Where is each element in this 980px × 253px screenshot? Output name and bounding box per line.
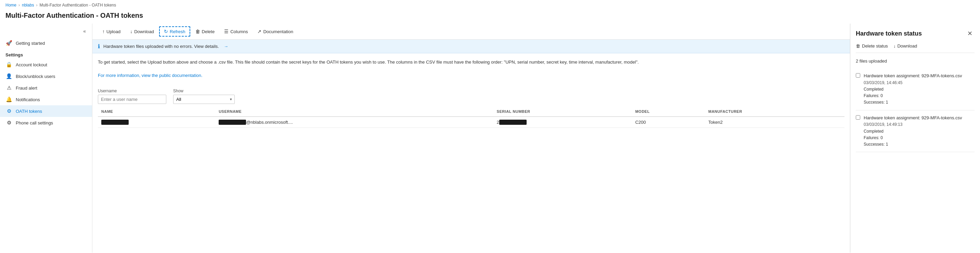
refresh-icon: ↻ (164, 29, 168, 34)
main-content: ↑ Upload ↓ Download ↻ Refresh 🗑 Delete ☰… (92, 24, 850, 253)
col-serial: Serial Number (493, 107, 632, 117)
refresh-button[interactable]: ↻ Refresh (159, 26, 190, 36)
page-title: Multi-Factor Authentication - OATH token… (0, 10, 980, 24)
upload-icon: ↑ (102, 29, 105, 34)
show-label: Show (173, 89, 235, 93)
sidebar-item-oath-tokens[interactable]: ⚙ OATH tokens (0, 105, 92, 117)
cell-serial: 2 (493, 117, 632, 128)
username-filter-group: Username (98, 89, 166, 104)
close-panel-button[interactable]: ✕ (965, 29, 975, 38)
sidebar-collapse-button[interactable]: « (81, 28, 88, 35)
banner-text: Hardware token files uploaded with no er… (103, 44, 219, 49)
token-status-2: Completed (864, 128, 962, 135)
show-select[interactable]: All Active Inactive (173, 95, 235, 104)
trash-icon: 🗑 (196, 29, 200, 34)
token-status-1: Completed (864, 86, 962, 93)
cell-model: C200 (632, 117, 705, 128)
token-failures-1: Failures: 0 (864, 93, 962, 99)
sidebar-item-label: Phone call settings (16, 120, 53, 125)
sidebar-item-notifications[interactable]: 🔔 Notifications (0, 94, 92, 105)
cell-name (98, 117, 215, 128)
description-text: To get started, select the Upload button… (98, 59, 845, 66)
delete-button[interactable]: 🗑 Delete (191, 27, 220, 36)
sidebar-item-label: Block/unblock users (16, 74, 56, 79)
cell-manufacturer: Token2 (705, 117, 845, 128)
user-icon: 👤 (5, 73, 12, 79)
col-username: Username (215, 107, 493, 117)
show-filter-group: Show All Active Inactive ▾ (173, 89, 235, 104)
panel-header: Hardware token status ✕ (856, 29, 975, 38)
col-model: Model (632, 107, 705, 117)
public-docs-link[interactable]: For more information, view the public do… (98, 73, 202, 78)
download-icon: ↓ (130, 29, 132, 34)
sidebar-item-account-lockout[interactable]: 🔒 Account lockout (0, 59, 92, 70)
token-details-2: Hardware token assignment: 929-MFA-token… (864, 115, 962, 148)
breadcrumb-sep-1: › (19, 3, 20, 8)
username-input[interactable] (98, 95, 166, 104)
toolbar: ↑ Upload ↓ Download ↻ Refresh 🗑 Delete ☰… (92, 24, 850, 40)
breadcrumb: Home › nblabs › Multi-Factor Authenticat… (0, 0, 980, 10)
sidebar-collapse-area: « (0, 26, 92, 37)
table-header-row: Name Username Serial Number Model Manufa… (98, 107, 845, 117)
redacted-name (101, 120, 129, 125)
token-checkbox-2[interactable] (856, 115, 860, 120)
token-successes-2: Successes: 1 (864, 141, 962, 148)
token-details-1: Hardware token assignment: 929-MFA-token… (864, 73, 962, 106)
show-select-wrapper: All Active Inactive ▾ (173, 95, 235, 104)
bell-icon: 🔔 (5, 96, 12, 103)
upload-button[interactable]: ↑ Upload (98, 27, 125, 36)
breadcrumb-current: Multi-Factor Authentication - OATH token… (39, 3, 116, 8)
download-icon: ↓ (893, 43, 896, 49)
getting-started-icon: 🚀 (5, 40, 12, 46)
sidebar-item-label: OATH tokens (16, 109, 42, 114)
tokens-table: Name Username Serial Number Model Manufa… (98, 107, 845, 128)
table-row: @nblabs.onmicrosoft.... 2 C200 Token2 (98, 117, 845, 128)
sidebar-item-label: Fraud alert (16, 85, 37, 90)
panel-download-button[interactable]: ↓ Download (893, 43, 917, 49)
right-panel: Hardware token status ✕ 🗑 Delete status … (850, 24, 980, 253)
token-title-1: Hardware token assignment: 929-MFA-token… (864, 73, 962, 80)
sidebar: « 🚀 Getting started Settings 🔒 Account l… (0, 24, 92, 253)
breadcrumb-nblabs[interactable]: nblabs (22, 3, 34, 8)
sidebar-item-block-unblock[interactable]: 👤 Block/unblock users (0, 70, 92, 82)
sidebar-item-label: Notifications (16, 97, 40, 102)
download-button[interactable]: ↓ Download (126, 27, 158, 36)
col-manufacturer: Manufacturer (705, 107, 845, 117)
info-banner: ℹ Hardware token files uploaded with no … (92, 40, 850, 53)
token-date-1: 03/03/2019, 14:46:45 (864, 80, 962, 86)
sidebar-item-label: Account lockout (16, 62, 47, 67)
redacted-username (219, 120, 246, 125)
gear-icon: ⚙ (5, 108, 12, 114)
warning-icon: ⚠ (5, 85, 12, 91)
description: To get started, select the Upload button… (92, 53, 850, 84)
sidebar-item-getting-started[interactable]: 🚀 Getting started (0, 37, 92, 49)
sidebar-settings-label: Settings (0, 49, 92, 59)
tokens-table-container: Name Username Serial Number Model Manufa… (92, 107, 850, 128)
token-title-2: Hardware token assignment: 929-MFA-token… (864, 115, 962, 122)
username-label: Username (98, 89, 166, 93)
lock-icon: 🔒 (5, 62, 12, 68)
documentation-button[interactable]: ↗ Documentation (253, 27, 298, 36)
sidebar-item-phone-call[interactable]: ⚙ Phone call settings (0, 117, 92, 128)
columns-button[interactable]: ☰ Columns (220, 27, 252, 36)
delete-status-button[interactable]: 🗑 Delete status (856, 43, 888, 49)
panel-title: Hardware token status (856, 30, 922, 37)
token-date-2: 03/03/2019, 14:49:13 (864, 122, 962, 128)
banner-link[interactable]: → (224, 44, 228, 49)
sidebar-item-label: Getting started (16, 41, 45, 46)
breadcrumb-home[interactable]: Home (5, 3, 16, 8)
token-checkbox-1[interactable] (856, 73, 860, 77)
cell-username: @nblabs.onmicrosoft.... (215, 117, 493, 128)
external-link-icon: ↗ (257, 29, 261, 34)
token-item-1: Hardware token assignment: 929-MFA-token… (856, 68, 975, 111)
sidebar-item-fraud-alert[interactable]: ⚠ Fraud alert (0, 82, 92, 94)
token-item-2: Hardware token assignment: 929-MFA-token… (856, 111, 975, 152)
breadcrumb-sep-2: › (36, 3, 37, 8)
files-count: 2 files uploaded (856, 59, 975, 63)
columns-icon: ☰ (224, 29, 229, 34)
info-icon: ℹ (98, 43, 100, 49)
panel-toolbar: 🗑 Delete status ↓ Download (856, 43, 975, 53)
token-failures-2: Failures: 0 (864, 135, 962, 141)
token-successes-1: Successes: 1 (864, 99, 962, 106)
phone-icon: ⚙ (5, 120, 12, 126)
